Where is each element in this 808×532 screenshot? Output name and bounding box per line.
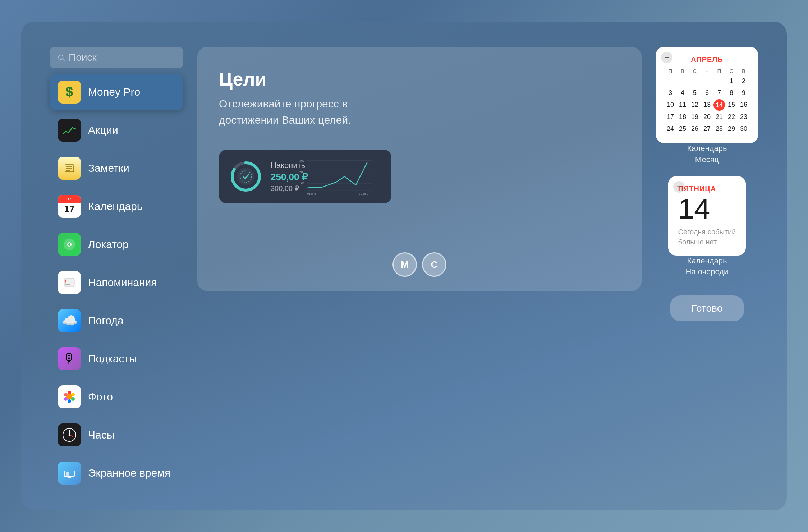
cal-day-29[interactable]: 29: [726, 123, 737, 134]
calendar-month-card: − АПРЕЛЬ П В С Ч П С В: [656, 47, 758, 143]
sidebar-item-label: Часы: [88, 429, 114, 441]
cal-day-3[interactable]: 3: [665, 87, 676, 98]
svg-point-15: [65, 284, 66, 285]
calendar-upcoming-card: − ПЯТНИЦА 14 Сегодня событийбольше нет: [668, 176, 746, 256]
calendar-icon: 17 17: [58, 195, 81, 218]
notes-icon: [58, 157, 81, 180]
cal-day-17[interactable]: 17: [665, 111, 676, 123]
calendar-month-grid: П В С Ч П С В: [665, 67, 749, 134]
svg-point-26: [69, 434, 70, 436]
svg-text:300: 300: [299, 159, 305, 162]
photos-icon: [58, 385, 81, 408]
cal-day-20[interactable]: 20: [701, 111, 713, 123]
cal-day-2[interactable]: 2: [738, 75, 749, 87]
sidebar-item-locator[interactable]: Локатор: [50, 226, 183, 262]
bottom-avatars: M C: [392, 252, 446, 277]
cal-day-21[interactable]: 21: [713, 111, 725, 123]
calendar-upcoming-label: Календарь На очереди: [668, 256, 746, 278]
svg-text:200: 200: [299, 170, 305, 174]
sidebar-item-weather[interactable]: ☁️ Погода: [50, 303, 183, 339]
calendar-upcoming-minus-button[interactable]: −: [673, 181, 685, 193]
cal-day-11[interactable]: 11: [677, 99, 688, 111]
sidebar-item-label: Заметки: [88, 162, 129, 174]
goals-card: Цели Отслеживайте прогресс в достижении …: [197, 47, 642, 291]
sidebar-item-label: Money Pro: [88, 86, 140, 98]
sidebar-item-label: Локатор: [88, 238, 129, 251]
svg-point-0: [59, 55, 63, 60]
day-header-wed: С: [689, 67, 701, 75]
goal-chart: 300 200 100 01 янв. 31 дек.: [289, 157, 383, 196]
cal-day-8[interactable]: 8: [726, 87, 737, 98]
main-content: Цели Отслеживайте прогресс в достижении …: [197, 47, 758, 485]
day-header-fri: П: [713, 67, 725, 75]
content-row: Цели Отслеживайте прогресс в достижении …: [197, 47, 758, 321]
cal-day-6[interactable]: 6: [701, 87, 713, 98]
done-button[interactable]: Готово: [670, 295, 744, 321]
avatar-c: C: [422, 252, 446, 277]
search-bar[interactable]: Поиск: [50, 47, 183, 68]
cal-day-13[interactable]: 13: [701, 99, 713, 111]
screentime-icon: [58, 462, 81, 485]
cal-day-22[interactable]: 22: [726, 111, 737, 123]
cal-day-27[interactable]: 27: [701, 123, 713, 134]
cal-day-empty: [677, 75, 688, 87]
sidebar-item-label: Фото: [88, 391, 113, 403]
day-header-thu: Ч: [701, 67, 713, 75]
sidebar-item-label: Акции: [88, 124, 118, 136]
cal-day-7[interactable]: 7: [713, 87, 725, 98]
sidebar-item-money-pro[interactable]: $ Money Pro: [50, 74, 183, 110]
calendar-upcoming-section: − ПЯТНИЦА 14 Сегодня событийбольше нет К…: [668, 176, 746, 278]
svg-point-22: [64, 393, 68, 396]
sidebar-item-photos[interactable]: Фото: [50, 379, 183, 415]
sidebar: Поиск $ Money Pro Акции: [50, 47, 183, 485]
svg-text:31 дек.: 31 дек.: [359, 192, 368, 196]
cal-day-12[interactable]: 12: [689, 99, 701, 111]
sidebar-item-screentime[interactable]: Экранное время: [50, 455, 183, 491]
cal-day-empty: [689, 75, 701, 87]
cal-day-10[interactable]: 10: [665, 99, 676, 111]
svg-text:100: 100: [299, 182, 305, 185]
money-pro-icon: $: [58, 81, 81, 104]
sidebar-item-reminders[interactable]: Напоминания: [50, 265, 183, 301]
sidebar-item-stocks[interactable]: Акции: [50, 112, 183, 148]
stocks-icon: [58, 119, 81, 142]
cal-day-25[interactable]: 25: [677, 123, 688, 134]
sidebar-item-calendar[interactable]: 17 17 Календарь: [50, 188, 183, 224]
cal-day-5[interactable]: 5: [689, 87, 701, 98]
svg-point-18: [71, 393, 75, 396]
goals-widget: Накопить 250,00 ₽ 300,00 ₽ 300 200 100: [219, 150, 391, 203]
svg-point-14: [65, 282, 66, 284]
cal-day-18[interactable]: 18: [677, 111, 688, 123]
goal-ring-icon: [230, 160, 262, 193]
cal-day-24[interactable]: 24: [665, 123, 676, 134]
sidebar-item-podcasts[interactable]: 🎙 Подкасты: [50, 341, 183, 377]
clock-icon: [58, 423, 81, 446]
sidebar-item-notes[interactable]: Заметки: [50, 150, 183, 186]
friday-month: ПЯТНИЦА: [678, 185, 736, 193]
goals-description: Отслеживайте прогресс в достижении Ваших…: [219, 96, 363, 128]
cal-day-1[interactable]: 1: [726, 75, 737, 87]
cal-day-4[interactable]: 4: [677, 87, 688, 98]
cal-day-30[interactable]: 30: [738, 123, 749, 134]
locator-icon: [58, 233, 81, 256]
cal-day-16[interactable]: 16: [738, 99, 749, 111]
cal-day-9[interactable]: 9: [738, 87, 749, 98]
cal-day-19[interactable]: 19: [689, 111, 701, 123]
cal-day-26[interactable]: 26: [689, 123, 701, 134]
friday-day: 14: [678, 194, 736, 223]
cal-day-empty: [701, 75, 713, 87]
svg-point-21: [64, 397, 68, 401]
sidebar-item-clock[interactable]: Часы: [50, 417, 183, 453]
svg-rect-29: [66, 472, 69, 476]
cal-day-14-today[interactable]: 14: [713, 99, 725, 111]
svg-rect-28: [68, 477, 71, 478]
sidebar-item-label: Календарь: [88, 200, 142, 212]
friday-no-events: Сегодня событийбольше нет: [678, 227, 736, 247]
cal-day-15[interactable]: 15: [726, 99, 737, 111]
svg-point-19: [71, 397, 75, 401]
podcasts-icon: 🎙: [58, 347, 81, 370]
cal-day-23[interactable]: 23: [738, 111, 749, 123]
svg-point-20: [68, 399, 71, 403]
calendar-month-minus-button[interactable]: −: [661, 52, 672, 63]
cal-day-28[interactable]: 28: [713, 123, 725, 134]
